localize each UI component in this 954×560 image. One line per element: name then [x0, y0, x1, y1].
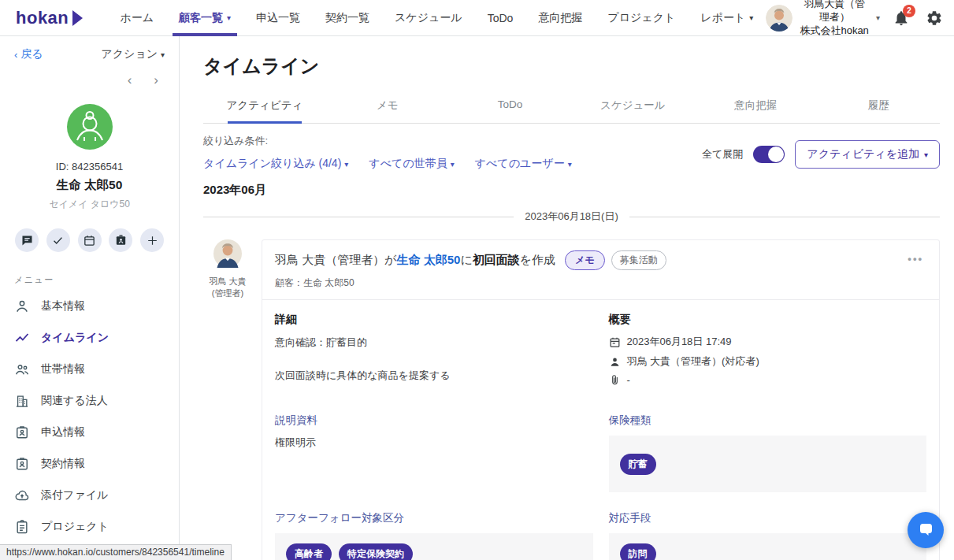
expand-all-toggle[interactable] [753, 146, 785, 163]
chevron-down-icon: ▾ [749, 13, 753, 22]
prev-customer-button[interactable]: ‹ [128, 72, 132, 88]
chat-bubble-icon [916, 521, 935, 540]
sidebar-item-household[interactable]: 世帯情報 [14, 354, 165, 385]
add-contact-button[interactable] [109, 228, 132, 252]
divider-line [629, 217, 940, 217]
section-insurance: 保険種類 貯蓄 [609, 414, 927, 492]
topnav-right-controls: 羽鳥大貴（管理者） 株式会社hokan ▾ 2 [766, 0, 943, 38]
customer-sidebar: ‹戻る アクション▾ ‹ › ID: 842356541 生命 太郎50 セイメ… [0, 36, 180, 560]
divider-line [203, 217, 514, 217]
nav-intention[interactable]: 意向把握 [525, 0, 595, 36]
user-filter-dropdown[interactable]: すべてのユーザー▾ [475, 157, 572, 171]
activity-title: 羽鳥 大貴（管理者）が 生命 太郎50 に 初回面談 を作成 メモ 募集活動 [275, 250, 926, 270]
logo-arrow-icon [69, 9, 87, 28]
calendar-icon [83, 234, 96, 247]
nav-home[interactable]: ホーム [107, 0, 166, 36]
user-avatar [766, 5, 793, 32]
sidebar-item-related-corporations[interactable]: 関連する法人 [14, 385, 165, 417]
activity-event: 初回面談 [473, 253, 520, 268]
activity-card-header: 羽鳥 大貴（管理者）が 生命 太郎50 に 初回面談 を作成 メモ 募集活動 顧… [262, 240, 939, 299]
followup-badge: 特定保険契約 [339, 543, 413, 560]
tab-schedule[interactable]: スケジュール [571, 91, 694, 123]
timeline-filter-dropdown[interactable]: タイムライン絞り込み (4/4)▾ [203, 157, 348, 171]
customer-name: 生命 太郎50 [14, 177, 165, 194]
person-icon [14, 299, 30, 314]
author-caption: 羽鳥 大貴 (管理者) [203, 276, 252, 300]
sidebar-item-attachments[interactable]: 添付ファイル [14, 480, 165, 511]
insurance-badge: 貯蓄 [620, 454, 656, 475]
date-divider: 2023年06月18日(日) [203, 210, 940, 224]
chevron-down-icon: ▾ [451, 160, 455, 169]
hokan-logo[interactable]: hokan [16, 8, 87, 28]
chevron-down-icon: ▾ [876, 13, 880, 22]
month-heading: 2023年06月 [203, 183, 940, 198]
sidebar-item-basic-info[interactable]: 基本情報 [14, 291, 165, 322]
chevron-down-icon: ▾ [344, 160, 348, 169]
customer-kana: セイメイ タロウ50 [14, 198, 165, 211]
notifications-button[interactable]: 2 [893, 9, 910, 27]
action-dropdown[interactable]: アクション▾ [101, 47, 165, 61]
nav-todo[interactable]: ToDo [475, 0, 526, 36]
more-options-button[interactable]: ••• [908, 253, 923, 265]
chevron-left-icon: ‹ [14, 49, 17, 61]
tab-activity[interactable]: アクティビティ [203, 91, 326, 123]
user-account-menu[interactable]: 羽鳥大貴（管理者） 株式会社hokan ▾ [766, 0, 880, 38]
next-customer-button[interactable]: › [154, 72, 158, 88]
customer-avatar [67, 104, 113, 150]
nav-customers[interactable]: 顧客一覧▾ [166, 0, 243, 36]
paperclip-icon [609, 374, 621, 386]
user-name: 羽鳥大貴（管理者） [800, 0, 869, 24]
section-material-text: 権限明示 [275, 436, 593, 450]
badge-icon [14, 456, 30, 472]
chat-widget-button[interactable] [908, 512, 944, 548]
nav-applications[interactable]: 申込一覧 [243, 0, 313, 36]
summary-datetime: 2023年06月18日 17:49 [627, 335, 732, 349]
back-link[interactable]: ‹戻る [14, 47, 43, 61]
main-menu: ホーム 顧客一覧▾ 申込一覧 契約一覧 スケジュール ToDo 意向把握 プロジ… [107, 0, 766, 36]
chevron-down-icon: ▾ [161, 50, 165, 59]
section-followup: アフターフォロー対象区分 高齢者 特定保険契約 [275, 511, 593, 560]
section-followup-values: 高齢者 特定保険契約 [275, 533, 593, 560]
tab-memo[interactable]: メモ [326, 91, 449, 123]
add-memo-button[interactable] [15, 228, 39, 252]
nav-contracts[interactable]: 契約一覧 [313, 0, 382, 36]
section-insurance-values: 貯蓄 [609, 436, 927, 492]
sidebar-item-timeline[interactable]: タイムライン [14, 322, 165, 354]
add-activity-quick-button[interactable] [140, 228, 164, 252]
activity-card: 羽鳥 大貴（管理者）が 生命 太郎50 に 初回面談 を作成 メモ 募集活動 顧… [262, 239, 940, 560]
sidebar-menu: 基本情報 タイムライン 世帯情報 関連する法人 申込情報 契約情報 [14, 291, 165, 543]
detail-block: 詳細 意向確認：貯蓄目的 次回面談時に具体的な商品を提案する [275, 313, 593, 391]
activity-sections: 説明資料 権限明示 保険種類 貯蓄 アフターフォロー対象区分 [275, 414, 926, 560]
recruitment-badge: 募集活動 [611, 250, 666, 270]
check-icon [51, 234, 65, 247]
add-activity-button[interactable]: アクティビティを追加▾ [795, 140, 940, 169]
detail-spacer [275, 350, 593, 368]
tab-history[interactable]: 履歴 [817, 91, 940, 123]
author-avatar [213, 257, 242, 270]
contact-card-icon [114, 234, 128, 247]
chevron-down-icon: ▾ [924, 150, 928, 159]
nav-projects[interactable]: プロジェクト [595, 0, 688, 36]
add-schedule-button[interactable] [78, 228, 102, 252]
sidebar-item-contract-info[interactable]: 契約情報 [14, 448, 165, 480]
nav-reports[interactable]: レポート▾ [688, 0, 766, 36]
cloud-upload-icon [14, 488, 30, 503]
top-navigation: hokan ホーム 顧客一覧▾ 申込一覧 契約一覧 スケジュール ToDo 意向… [0, 0, 954, 36]
sidebar-item-projects[interactable]: プロジェクト [14, 511, 165, 543]
household-filter-dropdown[interactable]: すべての世帯員▾ [369, 157, 454, 171]
add-todo-button[interactable] [46, 228, 70, 252]
date-divider-label: 2023年06月18日(日) [525, 210, 618, 224]
section-material: 説明資料 権限明示 [275, 414, 593, 450]
tab-intention[interactable]: 意向把握 [694, 91, 817, 123]
sidebar-item-application-info[interactable]: 申込情報 [14, 417, 165, 448]
section-method: 対応手段 訪問 [609, 511, 927, 560]
clipboard-icon [14, 519, 30, 535]
customer-link[interactable]: 生命 太郎50 [397, 253, 461, 268]
customer-id: ID: 842356541 [14, 161, 165, 172]
activity-actor: 羽鳥 大貴（管理者）が [275, 253, 397, 268]
detail-line-2: 次回面談時に具体的な商品を提案する [275, 368, 593, 384]
activity-card-body: 詳細 意向確認：貯蓄目的 次回面談時に具体的な商品を提案する 概要 2023年0… [262, 299, 939, 560]
tab-todo[interactable]: ToDo [449, 91, 572, 123]
settings-button[interactable] [926, 9, 943, 27]
nav-schedule[interactable]: スケジュール [382, 0, 475, 36]
